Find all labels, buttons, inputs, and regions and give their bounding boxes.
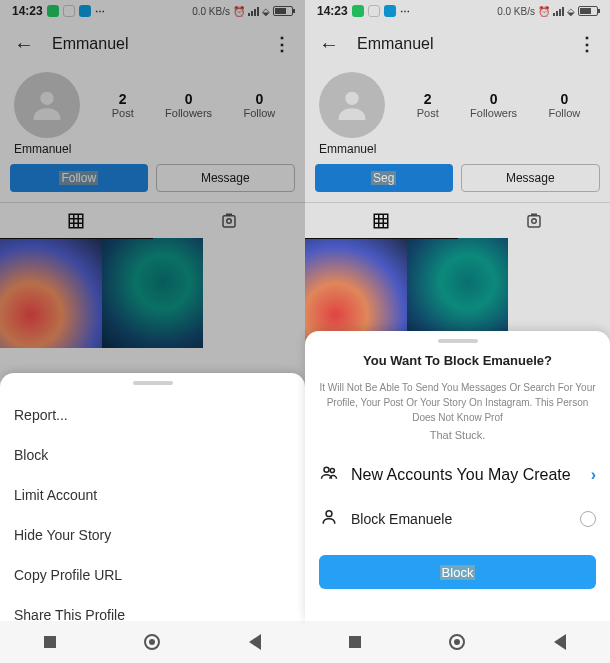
menu-icon[interactable]: ⋮ — [578, 33, 596, 55]
net-speed: 0.0 KB/s — [497, 6, 535, 17]
sheet-grabber[interactable] — [133, 381, 173, 385]
stat-followers[interactable]: 0Followers — [470, 91, 517, 119]
more-notif-icon: ⋯ — [95, 6, 106, 17]
follow-button[interactable]: Follow — [10, 164, 148, 192]
post-empty — [203, 238, 305, 348]
page-title: Emmanuel — [52, 35, 128, 53]
stat-posts[interactable]: 2Post — [417, 91, 439, 119]
tab-grid[interactable] — [0, 203, 153, 238]
wifi-icon: ⬙ — [262, 6, 270, 17]
alarm-icon: ⏰ — [538, 6, 550, 17]
nav-back-icon[interactable] — [554, 634, 566, 650]
nav-bar — [0, 621, 305, 663]
message-button[interactable]: Message — [461, 164, 601, 192]
message-button[interactable]: Message — [156, 164, 296, 192]
signal-icon — [248, 7, 259, 16]
wifi-icon: ⬙ — [567, 6, 575, 17]
signal-icon — [553, 7, 564, 16]
status-time: 14:23 — [317, 4, 348, 18]
gmail-icon — [368, 5, 380, 17]
option-copy-url[interactable]: Copy Profile URL — [14, 555, 291, 595]
svg-rect-6 — [223, 215, 235, 226]
back-icon[interactable]: ← — [14, 33, 34, 56]
post-thumbnail[interactable] — [0, 238, 102, 348]
gmail-icon — [63, 5, 75, 17]
status-bar: 14:23 ⋯ 0.0 KB/s ⏰ ⬙ — [305, 0, 610, 22]
svg-rect-1 — [70, 214, 84, 228]
option-limit[interactable]: Limit Account — [14, 475, 291, 515]
chevron-right-icon: › — [591, 466, 596, 484]
username-label: Emmanuel — [0, 140, 305, 164]
svg-point-7 — [227, 218, 232, 223]
stat-posts[interactable]: 2Post — [112, 91, 134, 119]
nav-recents-icon[interactable] — [349, 636, 361, 648]
tab-grid[interactable] — [305, 203, 458, 238]
avatar[interactable] — [14, 72, 80, 138]
status-time: 14:23 — [12, 4, 43, 18]
nav-home-icon[interactable] — [144, 634, 160, 650]
app-bar: ← Emmanuel ⋮ — [305, 22, 610, 66]
whatsapp-icon — [352, 5, 364, 17]
stat-followers[interactable]: 0Followers — [165, 91, 212, 119]
option-block[interactable]: Block — [14, 435, 291, 475]
block-title: You Want To Block Emanuele? — [319, 353, 596, 368]
svg-point-8 — [345, 92, 358, 105]
block-description: It Will Not Be Able To Send You Messages… — [319, 380, 596, 425]
back-icon[interactable]: ← — [319, 33, 339, 56]
options-sheet: Report... Block Limit Account Hide Your … — [0, 373, 305, 621]
block-option-label: New Accounts You May Create — [351, 466, 579, 484]
svg-point-18 — [326, 511, 332, 517]
battery-icon — [578, 6, 598, 16]
nav-home-icon[interactable] — [449, 634, 465, 650]
page-title: Emmanuel — [357, 35, 433, 53]
svg-rect-9 — [375, 214, 389, 228]
svg-point-16 — [324, 467, 329, 472]
tab-tagged[interactable] — [153, 203, 306, 238]
stat-following[interactable]: 0Follow — [548, 91, 580, 119]
playstore-icon — [384, 5, 396, 17]
status-bar: 14:23 ⋯ 0.0 KB/s ⏰ ⬙ — [0, 0, 305, 22]
option-hide-story[interactable]: Hide Your Story — [14, 515, 291, 555]
svg-point-15 — [532, 218, 537, 223]
menu-icon[interactable]: ⋮ — [273, 33, 291, 55]
stat-following[interactable]: 0Follow — [243, 91, 275, 119]
svg-point-17 — [330, 468, 334, 472]
nav-back-icon[interactable] — [249, 634, 261, 650]
block-confirm-button[interactable]: Block — [319, 555, 596, 589]
block-option-label: Block Emanuele — [351, 511, 568, 527]
person-icon — [319, 507, 339, 531]
people-icon — [319, 463, 339, 487]
svg-rect-14 — [528, 215, 540, 226]
block-option-new-accounts[interactable]: New Accounts You May Create › — [319, 453, 596, 497]
net-speed: 0.0 KB/s — [192, 6, 230, 17]
tab-tagged[interactable] — [458, 203, 611, 238]
avatar[interactable] — [319, 72, 385, 138]
block-confirm-sheet: You Want To Block Emanuele? It Will Not … — [305, 331, 610, 621]
app-bar: ← Emmanuel ⋮ — [0, 22, 305, 66]
radio-icon[interactable] — [580, 511, 596, 527]
option-report[interactable]: Report... — [14, 395, 291, 435]
svg-point-0 — [40, 92, 53, 105]
battery-icon — [273, 6, 293, 16]
whatsapp-icon — [47, 5, 59, 17]
follow-button[interactable]: Seg — [315, 164, 453, 192]
username-label: Emmanuel — [305, 140, 610, 164]
block-option-single[interactable]: Block Emanuele — [319, 497, 596, 541]
alarm-icon: ⏰ — [233, 6, 245, 17]
nav-bar — [305, 621, 610, 663]
more-notif-icon: ⋯ — [400, 6, 411, 17]
nav-recents-icon[interactable] — [44, 636, 56, 648]
block-desc-tail: That Stuck. — [319, 429, 596, 441]
post-thumbnail[interactable] — [102, 238, 204, 348]
sheet-grabber[interactable] — [438, 339, 478, 343]
playstore-icon — [79, 5, 91, 17]
